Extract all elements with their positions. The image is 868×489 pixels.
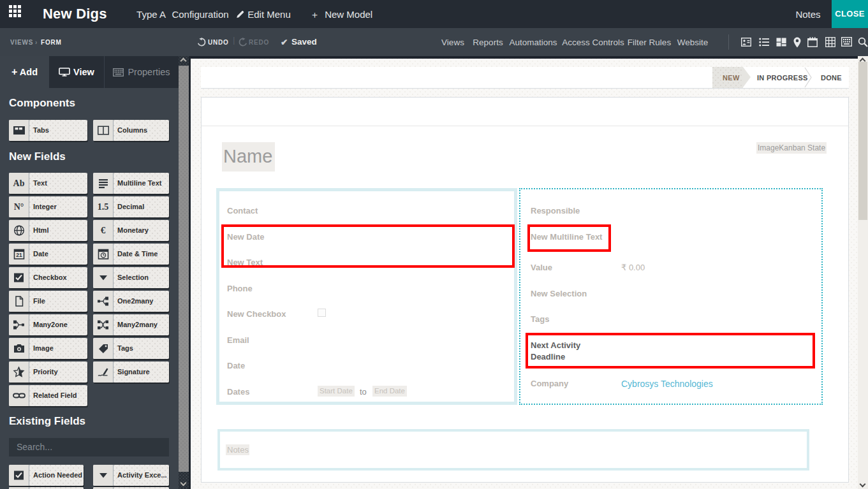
svg-text:21: 21 bbox=[16, 252, 22, 258]
